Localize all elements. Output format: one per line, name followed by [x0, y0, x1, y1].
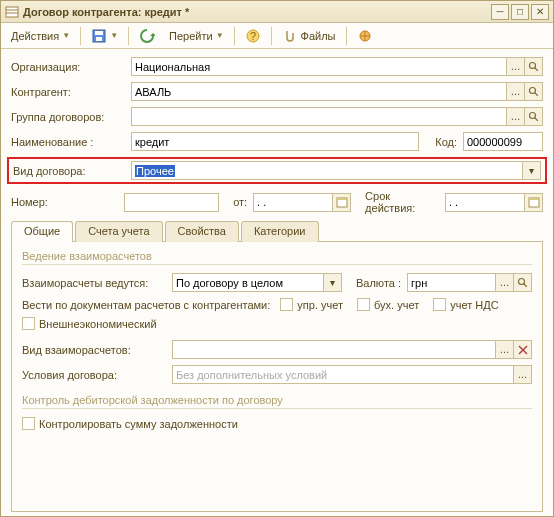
control-sum-checkbox[interactable]: Контролировать сумму задолженности — [22, 417, 238, 430]
contragent-label: Контрагент: — [11, 86, 131, 98]
cond-label: Условия договора: — [22, 369, 172, 381]
from-date-picker[interactable] — [333, 193, 351, 212]
separator — [80, 27, 81, 45]
upr-checkbox[interactable]: упр. учет — [280, 298, 343, 311]
code-input[interactable]: 000000099 — [463, 132, 543, 151]
number-label: Номер: — [11, 196, 124, 208]
from-date-input[interactable]: . . — [253, 193, 333, 212]
section-settlements: Ведение взаиморасчетов — [22, 250, 532, 265]
window-icon — [5, 5, 19, 19]
contragent-search-button[interactable] — [525, 82, 543, 101]
svg-line-20 — [523, 283, 526, 286]
number-input[interactable] — [124, 193, 219, 212]
docline-label: Вести по документам расчетов с контраген… — [22, 299, 270, 311]
chevron-down-icon: ▼ — [110, 31, 118, 40]
help-icon: ? — [245, 28, 261, 44]
svg-rect-5 — [96, 37, 102, 41]
group-input[interactable] — [131, 107, 507, 126]
calc-label: Взаиморасчеты ведутся: — [22, 277, 172, 289]
buh-checkbox[interactable]: бух. учет — [357, 298, 419, 311]
refresh-icon — [139, 28, 155, 44]
help-button[interactable]: ? — [239, 26, 267, 46]
titlebar: Договор контрагента: кредит * ─ □ ✕ — [1, 1, 553, 23]
chevron-down-icon: ▼ — [62, 31, 70, 40]
group-label: Группа договоров: — [11, 111, 131, 123]
svg-line-10 — [534, 67, 537, 70]
group-search-button[interactable] — [525, 107, 543, 126]
tab-pane-general: Ведение взаиморасчетов Взаиморасчеты вед… — [11, 242, 543, 512]
tab-accounts[interactable]: Счета учета — [75, 221, 162, 242]
org-select-button[interactable]: … — [507, 57, 525, 76]
nds-checkbox[interactable]: учет НДС — [433, 298, 498, 311]
checkbox-icon — [280, 298, 293, 311]
kind-label: Вид взаиморасчетов: — [22, 344, 172, 356]
org-input[interactable]: Национальная — [131, 57, 507, 76]
valid-date-input[interactable]: . . — [445, 193, 525, 212]
type-dropdown-button[interactable]: ▾ — [523, 161, 541, 180]
type-value: Прочее — [135, 165, 175, 177]
svg-rect-16 — [337, 198, 347, 200]
globe-icon — [357, 28, 373, 44]
currency-select-button[interactable]: … — [496, 273, 514, 292]
separator — [271, 27, 272, 45]
maximize-button[interactable]: □ — [511, 4, 529, 20]
kind-input[interactable] — [172, 340, 496, 359]
svg-point-11 — [529, 87, 535, 93]
contragent-input[interactable]: АВАЛЬ — [131, 82, 507, 101]
valid-date-picker[interactable] — [525, 193, 543, 212]
close-button[interactable]: ✕ — [531, 4, 549, 20]
name-input[interactable]: кредит — [131, 132, 419, 151]
tab-categories[interactable]: Категории — [241, 221, 319, 242]
org-search-button[interactable] — [525, 57, 543, 76]
separator — [346, 27, 347, 45]
calc-dropdown-button[interactable]: ▾ — [324, 273, 342, 292]
svg-point-9 — [529, 62, 535, 68]
goto-menu[interactable]: Перейти ▼ — [163, 26, 230, 46]
cond-input[interactable]: Без дополнительных условий — [172, 365, 514, 384]
tab-bar: Общие Счета учета Свойства Категории — [11, 220, 543, 242]
checkbox-icon — [22, 417, 35, 430]
checkbox-icon — [433, 298, 446, 311]
window-title: Договор контрагента: кредит * — [23, 6, 489, 18]
type-input[interactable]: Прочее — [131, 161, 523, 180]
svg-rect-4 — [95, 31, 103, 35]
tab-general[interactable]: Общие — [11, 221, 73, 242]
org-label: Организация: — [11, 61, 131, 73]
calc-input[interactable]: По договору в целом — [172, 273, 324, 292]
currency-input[interactable]: грн — [407, 273, 496, 292]
name-label: Наименование : — [11, 136, 131, 148]
foreign-checkbox[interactable]: Внешнеэкономический — [22, 317, 157, 330]
save-button[interactable]: ▼ — [85, 26, 124, 46]
separator — [128, 27, 129, 45]
disk-icon — [91, 28, 107, 44]
kind-clear-button[interactable] — [514, 340, 532, 359]
svg-text:?: ? — [250, 30, 256, 42]
files-button[interactable]: Файлы — [276, 26, 342, 46]
minimize-button[interactable]: ─ — [491, 4, 509, 20]
checkbox-icon — [22, 317, 35, 330]
toolbar: Действия ▼ ▼ Перейти ▼ ? Файлы — [1, 23, 553, 49]
actions-menu[interactable]: Действия ▼ — [5, 26, 76, 46]
svg-rect-0 — [6, 7, 18, 17]
contract-type-row: Вид договора: Прочее ▾ — [7, 157, 547, 184]
svg-line-14 — [534, 117, 537, 120]
refresh-button[interactable] — [133, 26, 161, 46]
separator — [234, 27, 235, 45]
link-button[interactable] — [351, 26, 379, 46]
svg-rect-18 — [529, 198, 539, 200]
chevron-down-icon: ▼ — [216, 31, 224, 40]
group-select-button[interactable]: … — [507, 107, 525, 126]
svg-point-19 — [518, 278, 524, 284]
clip-icon — [282, 28, 298, 44]
type-label: Вид договора: — [13, 165, 131, 177]
checkbox-icon — [357, 298, 370, 311]
cond-select-button[interactable]: … — [514, 365, 532, 384]
currency-search-button[interactable] — [514, 273, 532, 292]
contragent-select-button[interactable]: … — [507, 82, 525, 101]
svg-point-13 — [529, 112, 535, 118]
section-debt-control: Контроль дебиторской задолженности по до… — [22, 394, 532, 409]
currency-label: Валюта : — [356, 277, 401, 289]
kind-select-button[interactable]: … — [496, 340, 514, 359]
tab-properties[interactable]: Свойства — [165, 221, 239, 242]
valid-label: Срок действия: — [365, 190, 439, 214]
